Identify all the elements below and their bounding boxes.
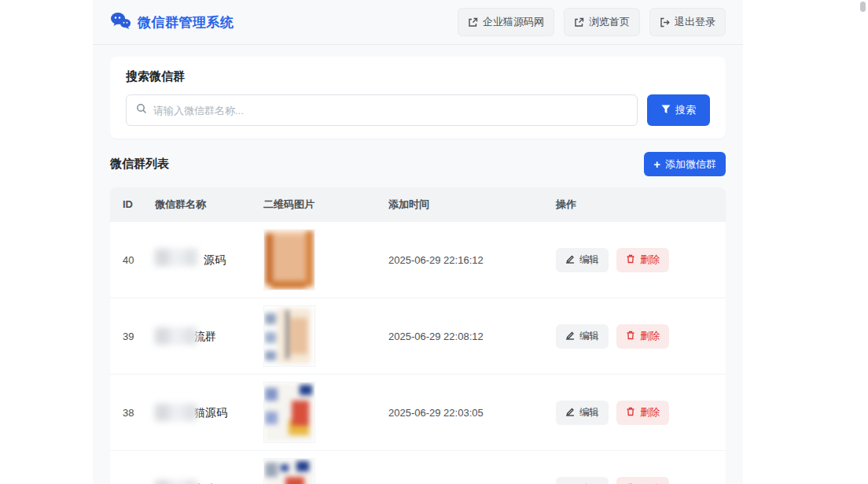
row-added-time: 2025-06-29 22:03:05 (388, 407, 556, 419)
list-title: 微信群列表 (110, 157, 169, 172)
app-title: 微信群管理系统 (138, 13, 234, 31)
trash-icon (626, 254, 635, 266)
table-row: 40 源码 2025-06-29 22:16:12 (110, 221, 726, 297)
redacted-name-blur (155, 249, 211, 271)
external-link-icon (574, 17, 584, 28)
delete-button[interactable]: 删除 (616, 477, 669, 484)
pencil-icon (565, 331, 575, 342)
row-name-text: 流群 (194, 330, 216, 342)
table-header: ID 微信群名称 二维码图片 添加时间 操作 (110, 187, 726, 221)
wechat-icon (110, 12, 131, 33)
search-input[interactable] (153, 105, 627, 116)
edit-label: 编辑 (579, 406, 599, 419)
filter-icon (661, 105, 671, 116)
row-id: 40 (110, 254, 155, 266)
row-actions: 编辑 删除 (556, 248, 726, 272)
logout-icon (660, 17, 670, 28)
row-qr-cell (263, 229, 388, 290)
nav-site-label: 企业猫源码网 (483, 15, 544, 29)
redacted-name-blur (155, 327, 197, 345)
search-row: 搜索 (126, 94, 710, 126)
search-card: 搜索微信群 搜索 (110, 57, 726, 139)
plus-icon: + (653, 158, 660, 170)
search-button[interactable]: 搜索 (647, 94, 710, 126)
table-row: 39 流群 2025-06-29 22:08:12 (110, 297, 726, 374)
pencil-icon (565, 407, 575, 419)
row-id: 39 (110, 331, 155, 342)
search-input-wrap (126, 94, 638, 126)
list-header: 微信群列表 + 添加微信群 (110, 152, 726, 176)
row-name: 流群 (155, 327, 263, 345)
delete-label: 删除 (640, 406, 660, 419)
scrollbar-thumb[interactable] (860, 2, 866, 12)
delete-button[interactable]: 删除 (616, 248, 669, 272)
row-name: 猫源码 (155, 404, 263, 421)
pencil-icon (565, 254, 575, 266)
table-row: 37 交流群 2025-06-29 22:02:49 (110, 450, 726, 484)
edit-button[interactable]: 编辑 (556, 401, 609, 425)
group-table: ID 微信群名称 二维码图片 添加时间 操作 40 源码 2025-06-29 … (110, 187, 726, 484)
col-time: 添加时间 (388, 198, 556, 212)
row-actions: 编辑 删除 (556, 401, 726, 425)
row-actions: 编辑 删除 (556, 477, 726, 484)
edit-button[interactable]: 编辑 (556, 324, 609, 349)
row-qr-cell (263, 305, 388, 367)
delete-button[interactable]: 删除 (616, 401, 669, 425)
add-group-label: 添加微信群 (665, 157, 716, 172)
row-id: 38 (110, 407, 155, 419)
row-name: 源码 (155, 249, 263, 271)
delete-button[interactable]: 删除 (616, 324, 669, 349)
edit-label: 编辑 (579, 253, 599, 267)
qr-code-image (263, 382, 315, 443)
col-ops: 操作 (556, 198, 726, 212)
row-qr-cell (263, 382, 388, 443)
logout-button[interactable]: 退出登录 (649, 8, 726, 36)
nav-site-link[interactable]: 企业猫源码网 (458, 8, 554, 36)
redacted-name-blur (155, 404, 197, 421)
delete-label: 删除 (640, 330, 660, 343)
row-added-time: 2025-06-29 22:16:12 (388, 254, 556, 266)
table-row: 38 猫源码 2025-06-29 22:03:05 (110, 374, 726, 450)
row-name-text: 猫源码 (194, 406, 227, 419)
nav-home-label: 浏览首页 (589, 15, 630, 29)
col-qr: 二维码图片 (263, 198, 388, 212)
edit-button[interactable]: 编辑 (556, 477, 609, 484)
trash-icon (626, 407, 635, 419)
trash-icon (626, 331, 635, 342)
col-name: 微信群名称 (155, 198, 263, 212)
app-page: 微信群管理系统 企业猫源码网 浏览首页 (93, 0, 743, 484)
nav-home-link[interactable]: 浏览首页 (564, 8, 640, 36)
search-icon (136, 103, 147, 117)
edit-label: 编辑 (579, 330, 599, 343)
row-actions: 编辑 删除 (556, 324, 726, 349)
top-bar: 微信群管理系统 企业猫源码网 浏览首页 (93, 0, 743, 45)
qr-code-image (263, 229, 315, 290)
top-nav: 企业猫源码网 浏览首页 退出登录 (458, 8, 726, 36)
row-added-time: 2025-06-29 22:08:12 (388, 331, 556, 342)
add-group-button[interactable]: + 添加微信群 (644, 152, 726, 176)
row-name: 交流群 (155, 480, 263, 484)
logout-label: 退出登录 (675, 15, 715, 29)
main-content: 搜索微信群 搜索 (93, 45, 743, 484)
row-qr-cell (263, 458, 388, 484)
search-title: 搜索微信群 (126, 69, 710, 84)
delete-label: 删除 (640, 253, 660, 267)
brand: 微信群管理系统 (110, 12, 234, 33)
edit-button[interactable]: 编辑 (556, 248, 609, 272)
col-id: ID (110, 198, 155, 210)
qr-code-image (263, 458, 315, 484)
redacted-name-blur (155, 480, 197, 484)
qr-code-image (263, 305, 315, 367)
search-button-label: 搜索 (675, 103, 696, 117)
external-link-icon (468, 17, 478, 28)
